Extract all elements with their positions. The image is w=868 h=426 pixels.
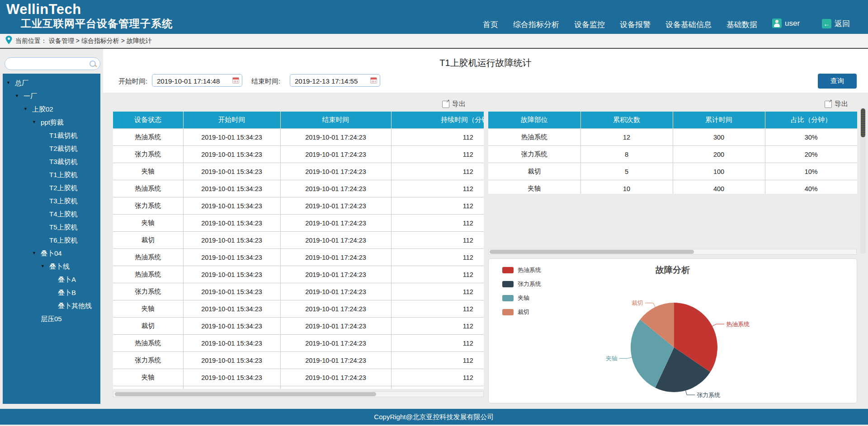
end-time-input[interactable]	[294, 75, 368, 87]
tree-item[interactable]: T1上胶机	[3, 168, 100, 181]
table-cell: 112	[391, 197, 484, 215]
status-table: 设备状态开始时间结束时间持续时间（分钟） 热油系统2019-10-01 15:3…	[113, 112, 484, 389]
expander-icon[interactable]: ▼	[32, 247, 38, 260]
nav-item[interactable]: 设备报警	[620, 19, 651, 30]
nav-item[interactable]: 综合指标分析	[513, 19, 559, 30]
table-cell: 30%	[765, 129, 857, 146]
tree-item[interactable]: 叠卜B	[3, 286, 100, 299]
copyright-text: CopyRight@北京亚控科技发展有限公司	[374, 413, 494, 421]
sidebar-tree: ▼总厂▼一厂▼上胶02▼ppt剪裁T1裁切机T2裁切机T3裁切机T1上胶机T2上…	[3, 74, 100, 325]
table-row: 张力系统2019-10-01 15:34:232019-10-01 17:24:…	[113, 283, 484, 300]
calendar-icon[interactable]	[370, 77, 377, 84]
nav-item[interactable]: 基础数据	[726, 19, 757, 30]
table-cell: 热油系统	[488, 129, 580, 146]
table-cell: 2019-10-01 17:24:23	[280, 300, 391, 318]
export-right-button[interactable]: 导出	[825, 100, 848, 108]
start-time-label: 开始时间:	[118, 77, 147, 86]
table-cell: 2019-10-01 17:24:23	[280, 283, 391, 300]
start-time-field	[152, 74, 242, 87]
table-cell: 夹轴	[488, 180, 580, 194]
table-row: 热油系统2019-10-01 15:34:232019-10-01 17:24:…	[113, 249, 484, 266]
expander-icon[interactable]: ▼	[6, 76, 13, 89]
tree-item-label: 上胶02	[32, 103, 53, 116]
tree-item[interactable]: T6上胶机	[3, 234, 100, 247]
table-cell: 112	[391, 146, 484, 163]
tree-item[interactable]: 叠卜A	[3, 273, 100, 286]
table-cell: 112	[391, 283, 484, 300]
user-menu[interactable]: user	[772, 19, 800, 28]
table-cell: 112	[391, 369, 484, 386]
tree-item-label: T4上胶机	[49, 207, 78, 220]
tree-item-label: T1上胶机	[49, 168, 78, 181]
table-cell: 夹轴	[113, 215, 183, 232]
scrollbar-thumb[interactable]	[861, 108, 865, 137]
status-table-head: 设备状态开始时间结束时间持续时间（分钟）	[113, 112, 484, 129]
h-scrollbar-left[interactable]	[113, 391, 484, 397]
table-cell: 112	[391, 129, 484, 146]
table-cell: 2019-10-01 17:24:23	[280, 129, 391, 146]
back-label: 返回	[835, 19, 850, 29]
table-cell: 400	[673, 180, 765, 194]
table-cell: 夹轴	[113, 163, 183, 180]
nav-item[interactable]: 首页	[483, 19, 498, 30]
table-row: 夹轴2019-10-01 15:34:232019-10-01 17:24:23…	[113, 215, 484, 232]
table-row: 张力系统2019-10-01 15:34:232019-10-01 17:24:…	[113, 146, 484, 163]
table-header-cell: 持续时间（分钟）	[391, 112, 484, 129]
back-button[interactable]: ← 返回	[822, 19, 850, 29]
tree-item[interactable]: T3上胶机	[3, 194, 100, 207]
tree-item[interactable]: 层压05	[3, 312, 100, 325]
tree-item[interactable]: T3裁切机	[3, 155, 100, 168]
table-cell: 300	[673, 129, 765, 146]
pie-label-line	[619, 357, 632, 358]
table-header-cell: 累计时间	[673, 112, 765, 129]
sidebar: ▼总厂▼一厂▼上胶02▼ppt剪裁T1裁切机T2裁切机T3裁切机T1上胶机T2上…	[3, 74, 100, 404]
query-button[interactable]: 查询	[818, 74, 857, 89]
start-time-input[interactable]	[156, 75, 230, 87]
pie-label: 张力系统	[697, 392, 720, 398]
tree-item[interactable]: ▼上胶02	[3, 103, 100, 116]
tree-item[interactable]: ▼叠卜04	[3, 247, 100, 260]
v-scrollbar[interactable]	[860, 108, 866, 254]
footer: CopyRight@北京亚控科技发展有限公司	[0, 409, 868, 425]
page-title: T1上胶机运行故障统计	[103, 57, 868, 69]
table-cell: 2019-10-01 17:24:23	[280, 249, 391, 266]
nav-item[interactable]: 设备基础信息	[665, 19, 712, 30]
export-left-button[interactable]: 导出	[442, 100, 466, 108]
search-input[interactable]	[9, 58, 88, 70]
search-icon[interactable]	[90, 61, 96, 67]
table-cell: 张力系统	[488, 146, 580, 163]
nav-item[interactable]: 设备监控	[574, 19, 605, 30]
table-cell: 张力系统	[113, 197, 183, 215]
expander-icon[interactable]: ▼	[15, 89, 21, 103]
table-cell: 2019-10-01 17:24:23	[280, 232, 391, 249]
tree-item[interactable]: ▼总厂	[3, 76, 100, 89]
tree-item[interactable]: T1裁切机	[3, 129, 100, 142]
tree-item[interactable]: ▼ppt剪裁	[3, 116, 100, 129]
table-cell: 40%	[765, 180, 857, 194]
tree-item[interactable]: T2上胶机	[3, 181, 100, 194]
calendar-icon[interactable]	[232, 77, 239, 84]
tree-item[interactable]: T5上胶机	[3, 220, 100, 234]
tree-item[interactable]: 叠卜其他线	[3, 299, 100, 312]
expander-icon[interactable]: ▼	[32, 116, 38, 129]
tree-item-label: T5上胶机	[49, 220, 78, 234]
pie-label: 热油系统	[726, 321, 750, 328]
expander-icon[interactable]: ▼	[24, 103, 30, 116]
table-cell: 2019-10-01 17:24:23	[280, 163, 391, 180]
scrollbar-thumb[interactable]	[490, 250, 694, 254]
tree-item[interactable]: T4上胶机	[3, 207, 100, 220]
table-cell: 112	[391, 266, 484, 283]
scrollbar-thumb[interactable]	[115, 392, 376, 396]
tree-item[interactable]: T2裁切机	[3, 142, 100, 155]
expander-icon[interactable]: ▼	[41, 260, 47, 273]
pie-label: 夹轴	[606, 355, 618, 362]
table-cell: 2019-10-01 15:34:23	[183, 180, 280, 197]
top-header: WellinTech 工业互联网平台设备管理子系统 首页综合指标分析设备监控设备…	[0, 0, 868, 34]
table-cell: 112	[391, 300, 484, 318]
h-scrollbar-right[interactable]	[488, 249, 857, 255]
tree-item[interactable]: ▼叠卜线	[3, 260, 100, 273]
table-cell: 2019-10-01 15:34:23	[183, 266, 280, 283]
table-row: 裁切510010%	[488, 163, 857, 180]
tree-item[interactable]: ▼一厂	[3, 89, 100, 103]
nav: 首页综合指标分析设备监控设备报警设备基础信息基础数据	[483, 19, 757, 30]
